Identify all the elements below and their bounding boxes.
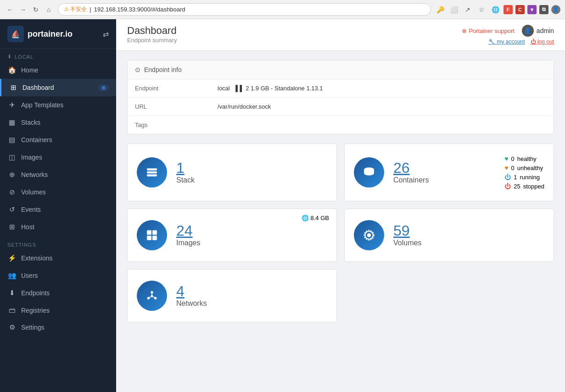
containers-card-info: 26 Containers <box>393 160 495 184</box>
header-actions: ⊗ Portainer support 👤 admin <box>462 25 554 37</box>
svg-rect-0 <box>147 168 157 170</box>
images-size-value: 8.4 GB <box>311 215 329 221</box>
sidebar-item-events-label: Events <box>21 206 41 213</box>
logo-icon: ⛵ <box>7 26 24 42</box>
endpoints-icon: ⬇ <box>7 289 17 297</box>
sidebar-item-users[interactable]: 👥 Users <box>0 267 116 284</box>
stat-unhealthy: ♥ 0 unhealthy <box>504 164 544 171</box>
sidebar-item-networks[interactable]: ⊕ Networks <box>0 166 116 183</box>
url-value: /var/run/docker.sock <box>210 98 554 116</box>
sidebar-item-dashboard[interactable]: ⊞ Dashboard ⊞ <box>0 79 116 96</box>
sidebar-item-extensions[interactable]: ⚡ Extensions <box>0 249 116 267</box>
back-button[interactable]: ← <box>5 4 16 15</box>
sidebar-item-containers[interactable]: ▤ Containers <box>0 131 116 149</box>
reload-button[interactable]: ↻ <box>30 4 41 15</box>
address-bar[interactable]: ⚠ 不安全 | 192.168.159.33:9000/#/dashboard <box>58 3 431 16</box>
user-avatar: 👤 <box>522 25 534 37</box>
endpoint-card-header: ⊙ Endpoint info <box>128 61 554 79</box>
browser-actions: 🔑 ⬜ ↗ ☆ 🌐 F C ▼ ⧉ 👤 <box>435 4 560 15</box>
sidebar-item-stacks-label: Stacks <box>21 119 40 126</box>
volumes-card-icon <box>363 229 375 241</box>
containers-card[interactable]: 26 Containers ♥ 0 healthy ♥ 0 unhealthy <box>344 144 554 201</box>
screenshot-icon[interactable]: ⬜ <box>448 4 459 15</box>
sidebar-item-settings[interactable]: ⚙ Settings <box>0 319 116 336</box>
tags-label: Tags <box>128 116 210 134</box>
containers-card-label: Containers <box>393 176 495 184</box>
running-count: 1 <box>514 174 517 181</box>
sidebar-item-volumes[interactable]: ⊘ Volumes <box>0 183 116 201</box>
page-title-section: Dashboard Endpoint summary <box>127 25 177 44</box>
forward-button[interactable]: → <box>17 4 28 15</box>
portainer-support-link[interactable]: ⊗ Portainer support <box>462 28 515 34</box>
share-icon[interactable]: ↗ <box>462 4 473 15</box>
volumes-card-info: 59 Volumes <box>393 223 544 247</box>
header-links: 🔧 my account ⏻ log out <box>488 39 554 45</box>
translate-icon[interactable]: 🌐 <box>490 4 501 15</box>
svg-point-14 <box>151 295 153 297</box>
healthy-icon: ♥ <box>504 155 508 162</box>
transfer-icon[interactable]: ⇄ <box>103 30 109 39</box>
stacks-card-circle <box>137 157 167 188</box>
sidebar-item-app-templates-label: App Templates <box>21 101 63 109</box>
top-header: Dashboard Endpoint summary ⊗ Portainer s… <box>116 19 565 51</box>
logout-link[interactable]: ⏻ log out <box>531 39 554 45</box>
images-card-number[interactable]: 24 <box>176 223 327 238</box>
sidebar-item-extensions-label: Extensions <box>21 254 52 262</box>
sidebar-item-app-templates[interactable]: ✈ App Templates <box>0 96 116 114</box>
tags-value <box>210 116 554 134</box>
bookmark-icon[interactable]: ☆ <box>476 4 487 15</box>
home-icon: 🏠 <box>7 66 17 74</box>
networks-card-number[interactable]: 4 <box>176 284 327 298</box>
sidebar-item-host[interactable]: ⊞ Host <box>0 218 116 236</box>
endpoint-label: Endpoint <box>128 79 210 98</box>
sidebar-item-registries[interactable]: 🗃 Registries <box>0 302 116 319</box>
ext-red-icon: C <box>515 5 525 14</box>
sidebar-item-dashboard-label: Dashboard <box>22 84 54 91</box>
sidebar-item-networks-label: Networks <box>21 171 48 178</box>
unhealthy-label: unhealthy <box>517 165 543 171</box>
containers-card-circle <box>354 157 384 188</box>
unhealthy-count: 0 <box>511 165 515 171</box>
containers-icon: ▤ <box>7 136 17 144</box>
stacks-card-icon <box>146 166 158 178</box>
svg-line-17 <box>152 297 155 297</box>
networks-icon: ⊕ <box>7 171 17 179</box>
volumes-card[interactable]: 59 Volumes <box>344 209 554 262</box>
volumes-card-number[interactable]: 59 <box>393 223 544 238</box>
sidebar-item-stacks[interactable]: ▦ Stacks <box>0 114 116 131</box>
home-button[interactable]: ⌂ <box>43 4 54 15</box>
images-size-icon: 🌐 <box>302 215 309 221</box>
containers-card-number[interactable]: 26 <box>393 160 495 175</box>
sidebar-logo: ⛵ portainer.io ⇄ <box>0 19 116 49</box>
networks-card-icon <box>146 290 158 302</box>
stacks-card[interactable]: 1 Stack <box>127 144 337 201</box>
endpoint-extra: 2 1.9 GB - Standalone 1.13.1 <box>246 85 323 92</box>
app-container: ⛵ portainer.io ⇄ ⬇ LOCAL 🏠 Home ⊞ Dashbo… <box>0 19 565 392</box>
sidebar-item-settings-label: Settings <box>21 324 45 331</box>
support-icon: ⊗ <box>462 28 467 34</box>
endpoint-card-title: Endpoint info <box>144 66 182 73</box>
unhealthy-icon: ♥ <box>504 164 508 171</box>
images-card[interactable]: 24 Images 🌐 8.4 GB <box>127 209 337 262</box>
stacks-card-number[interactable]: 1 <box>176 160 327 175</box>
sidebar-item-events[interactable]: ↺ Events <box>0 201 116 218</box>
stacks-card-info: 1 Stack <box>176 160 327 184</box>
tags-row: Tags <box>128 116 554 134</box>
stopped-icon: ⏻ <box>504 182 511 190</box>
key-icon[interactable]: 🔑 <box>435 4 446 15</box>
my-account-link[interactable]: 🔧 my account <box>488 39 525 45</box>
running-label: running <box>520 174 540 181</box>
sidebar-item-home[interactable]: 🏠 Home <box>0 61 116 79</box>
images-size-badge: 🌐 8.4 GB <box>302 215 329 221</box>
sidebar-item-images[interactable]: ◫ Images <box>0 149 116 166</box>
stat-stopped: ⏻ 25 stopped <box>504 182 544 190</box>
page-subtitle: Endpoint summary <box>127 37 177 44</box>
url-text: 192.168.159.33:9000/#/dashboard <box>94 6 185 13</box>
volumes-icon: ⊘ <box>7 188 17 196</box>
sidebar-item-endpoints[interactable]: ⬇ Endpoints <box>0 284 116 302</box>
networks-card-info: 4 Networks <box>176 284 327 308</box>
networks-card[interactable]: 4 Networks <box>127 269 337 322</box>
containers-card-icon <box>363 166 375 178</box>
settings-icon: ⚙ <box>7 323 17 331</box>
browser-bar: ← → ↻ ⌂ ⚠ 不安全 | 192.168.159.33:9000/#/da… <box>0 0 565 19</box>
